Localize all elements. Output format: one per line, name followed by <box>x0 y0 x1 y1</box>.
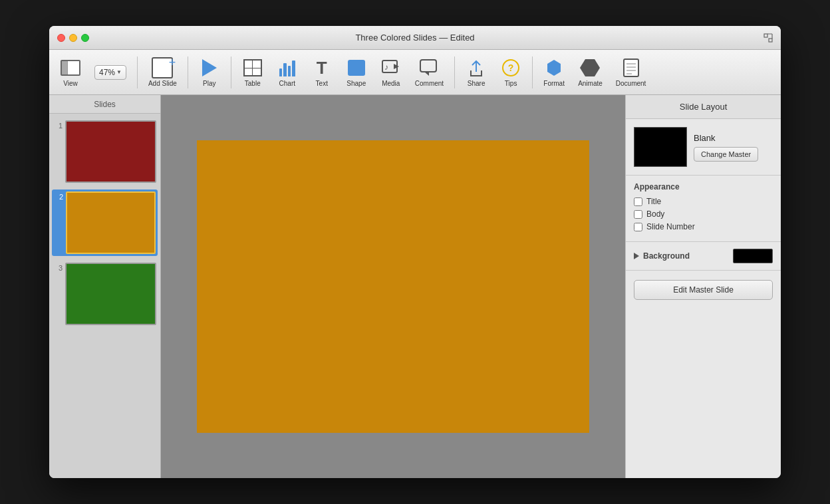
slide-number-2: 2 <box>54 193 63 201</box>
app-window: Three Colored Slides — Edited View 47% ▼ <box>49 26 781 478</box>
slides-panel: Slides 1 2 3 <box>49 95 161 478</box>
separator-5 <box>532 57 533 88</box>
play-icon <box>202 59 217 76</box>
text-label: Text <box>316 80 328 87</box>
background-title: Background <box>643 251 690 261</box>
separator-1 <box>137 57 138 88</box>
slide-thumb-1 <box>65 120 156 183</box>
slide-thumb-2 <box>66 191 156 254</box>
title-label: Title <box>646 197 661 206</box>
document-label: Document <box>616 80 646 87</box>
zoom-arrow-icon: ▼ <box>116 69 122 75</box>
edit-master-button[interactable]: Edit Master Slide <box>634 280 773 300</box>
play-label: Play <box>203 80 215 87</box>
text-icon: T <box>317 59 327 76</box>
toolbar: View 47% ▼ + Add Slide Play <box>49 50 781 95</box>
zoom-control[interactable]: 47% ▼ <box>89 63 132 82</box>
maximize-button[interactable] <box>81 34 89 42</box>
separator-3 <box>231 57 231 88</box>
layout-thumbnail <box>634 127 687 167</box>
slides-panel-header: Slides <box>49 95 160 114</box>
background-section: Background <box>626 242 781 271</box>
right-panel: Slide Layout Blank Change Master Appeara… <box>625 95 781 478</box>
play-button[interactable]: Play <box>194 55 225 90</box>
slide-editor[interactable] <box>161 95 625 478</box>
add-slide-button[interactable]: + Add Slide <box>143 55 182 90</box>
slide-number-1: 1 <box>53 122 63 130</box>
table-label: Table <box>245 80 261 87</box>
format-icon <box>545 59 563 77</box>
shape-button[interactable]: Shape <box>341 55 372 90</box>
text-button[interactable]: T Text <box>306 55 338 90</box>
shape-icon <box>348 60 365 76</box>
titlebar: Three Colored Slides — Edited <box>49 26 781 50</box>
tips-icon: ? <box>502 59 519 76</box>
minimize-button[interactable] <box>69 34 77 42</box>
appearance-section: Appearance Title Body Slide Number <box>626 176 781 242</box>
close-button[interactable] <box>57 34 65 42</box>
title-checkbox[interactable] <box>634 197 642 206</box>
chart-label: Chart <box>279 80 295 87</box>
slide-number-label: Slide Number <box>646 222 695 231</box>
expand-icon[interactable] <box>763 33 773 43</box>
share-button[interactable]: Share <box>460 55 492 90</box>
media-icon: ♪ <box>382 60 400 76</box>
add-slide-icon: + <box>152 57 173 78</box>
comment-label: Comment <box>415 80 444 87</box>
slide-item-3[interactable]: 3 <box>52 261 158 326</box>
animate-icon <box>580 59 600 76</box>
tips-button[interactable]: ? Tips <box>495 55 527 90</box>
table-button[interactable]: Table <box>237 55 269 90</box>
background-triangle-icon[interactable] <box>634 253 639 259</box>
background-color-swatch[interactable] <box>733 249 773 263</box>
media-label: Media <box>382 80 400 87</box>
view-icon <box>61 60 80 76</box>
zoom-value: 47% <box>99 68 115 77</box>
bg-label-row: Background <box>634 251 690 261</box>
body-checkbox[interactable] <box>634 210 642 219</box>
background-row: Background <box>634 249 773 263</box>
plus-icon: + <box>169 56 176 70</box>
document-button[interactable]: Document <box>611 55 652 90</box>
svg-rect-7 <box>420 60 436 72</box>
layout-info: Blank Change Master <box>694 133 758 162</box>
svg-rect-1 <box>769 39 772 42</box>
change-master-button[interactable]: Change Master <box>694 147 758 162</box>
panel-header: Slide Layout <box>626 95 781 119</box>
chart-icon <box>278 59 297 76</box>
view-button[interactable]: View <box>55 55 86 90</box>
slide-number-3: 3 <box>53 264 63 272</box>
slide-item-2[interactable]: 2 <box>52 189 158 256</box>
table-icon <box>243 59 262 76</box>
add-slide-label: Add Slide <box>148 80 177 87</box>
body-label: Body <box>646 209 664 219</box>
layout-section: Blank Change Master <box>626 119 781 176</box>
comment-button[interactable]: Comment <box>410 55 449 90</box>
share-label: Share <box>468 80 485 87</box>
share-icon <box>468 59 484 77</box>
format-button[interactable]: Format <box>538 55 570 90</box>
animate-button[interactable]: Animate <box>573 55 608 90</box>
slide-number-checkbox-row: Slide Number <box>634 222 773 231</box>
separator-2 <box>188 57 188 88</box>
body-checkbox-row: Body <box>634 209 773 219</box>
appearance-title: Appearance <box>634 182 773 191</box>
animate-label: Animate <box>578 80 603 87</box>
comment-icon <box>420 59 438 76</box>
title-checkbox-row: Title <box>634 197 773 206</box>
zoom-dropdown[interactable]: 47% ▼ <box>94 65 126 80</box>
slide-number-checkbox[interactable] <box>634 223 642 231</box>
shape-label: Shape <box>346 80 366 87</box>
window-title: Three Colored Slides — Edited <box>355 33 474 43</box>
traffic-lights <box>57 34 89 42</box>
main-content: Slides 1 2 3 <box>49 95 781 478</box>
layout-name: Blank <box>694 133 758 143</box>
chart-button[interactable]: Chart <box>271 55 303 90</box>
slide-item-1[interactable]: 1 <box>52 119 158 184</box>
slide-canvas <box>197 140 589 433</box>
svg-text:♪: ♪ <box>384 63 388 72</box>
media-button[interactable]: ♪ Media <box>375 55 407 90</box>
edit-master-section: Edit Master Slide <box>626 271 781 309</box>
document-icon <box>623 59 639 77</box>
format-label: Format <box>543 80 565 87</box>
